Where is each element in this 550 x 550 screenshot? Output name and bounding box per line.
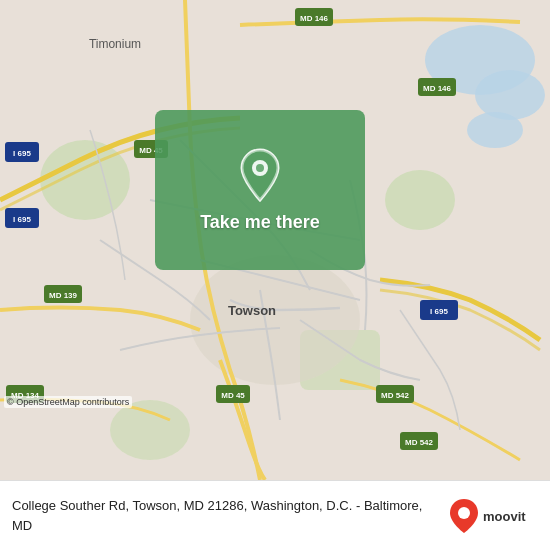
- svg-text:Towson: Towson: [228, 303, 276, 318]
- svg-text:Timonium: Timonium: [89, 37, 141, 51]
- address-block: College Souther Rd, Towson, MD 21286, Wa…: [12, 496, 435, 534]
- svg-text:moovit: moovit: [483, 509, 526, 524]
- attribution-text: © OpenStreetMap contributors: [7, 397, 129, 407]
- take-me-there-label: Take me there: [200, 212, 320, 233]
- address-text: College Souther Rd, Towson, MD 21286, Wa…: [12, 498, 422, 532]
- svg-text:MD 139: MD 139: [49, 291, 78, 300]
- svg-text:MD 146: MD 146: [423, 84, 452, 93]
- svg-text:MD 45: MD 45: [221, 391, 245, 400]
- svg-point-35: [458, 507, 470, 519]
- svg-text:I 695: I 695: [430, 307, 448, 316]
- svg-text:MD 146: MD 146: [300, 14, 329, 23]
- svg-text:I 695: I 695: [13, 149, 31, 158]
- moovit-logo: moovit moovit: [445, 497, 538, 535]
- info-bar: College Souther Rd, Towson, MD 21286, Wa…: [0, 480, 550, 550]
- svg-point-4: [40, 140, 130, 220]
- svg-text:MD 542: MD 542: [381, 391, 410, 400]
- svg-text:MD 542: MD 542: [405, 438, 434, 447]
- svg-point-34: [256, 164, 264, 172]
- svg-point-3: [467, 112, 523, 148]
- svg-point-2: [475, 70, 545, 120]
- take-me-there-button[interactable]: Take me there: [155, 110, 365, 270]
- svg-point-7: [110, 400, 190, 460]
- map-container: I 695 I 695 I 695 MD 146 MD 146 MD 45 MD…: [0, 0, 550, 480]
- svg-text:I 695: I 695: [13, 215, 31, 224]
- location-pin-icon: [238, 148, 282, 200]
- osm-attribution: © OpenStreetMap contributors: [4, 396, 132, 408]
- svg-point-5: [385, 170, 455, 230]
